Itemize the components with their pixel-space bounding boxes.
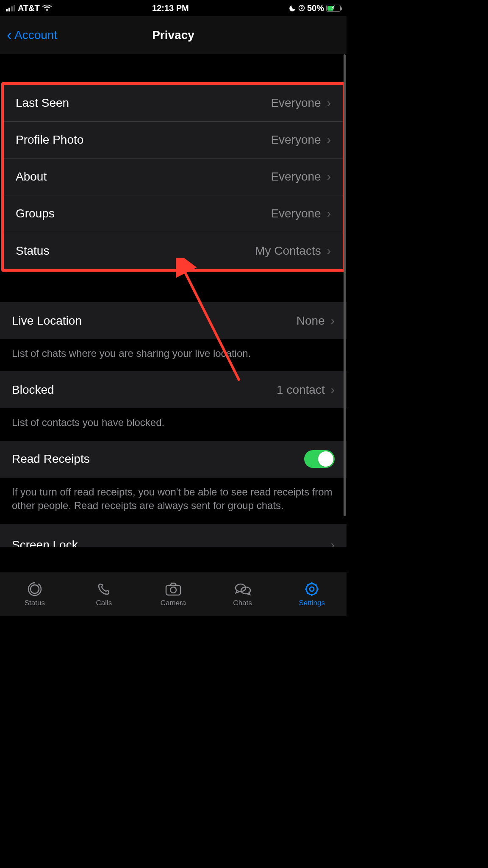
svg-rect-1 — [301, 8, 302, 9]
row-status[interactable]: Status My Contacts› — [4, 232, 343, 269]
tab-settings[interactable]: Settings — [277, 572, 347, 616]
tab-label: Settings — [299, 599, 324, 607]
row-label: Status — [16, 244, 49, 258]
tab-calls[interactable]: Calls — [69, 572, 139, 616]
tab-bar: Status Calls Camera Chats Settings — [0, 572, 347, 616]
tab-label: Calls — [96, 599, 112, 607]
svg-point-3 — [30, 585, 39, 593]
row-label: Blocked — [12, 383, 54, 397]
row-value: Everyone — [271, 207, 321, 220]
page-title: Privacy — [152, 28, 194, 42]
chevron-right-icon: › — [327, 207, 331, 220]
svg-point-10 — [310, 587, 314, 591]
chevron-left-icon: ‹ — [7, 28, 12, 43]
clock: 12:13 PM — [152, 3, 189, 13]
chevron-right-icon: › — [327, 244, 331, 258]
do-not-disturb-icon — [289, 5, 296, 11]
tab-camera[interactable]: Camera — [139, 572, 208, 616]
gear-icon — [304, 581, 319, 597]
row-live-location[interactable]: Live Location None› — [0, 302, 347, 339]
tab-label: Camera — [161, 599, 186, 607]
camera-icon — [165, 581, 182, 597]
row-label: Read Receipts — [12, 452, 90, 466]
row-label: Live Location — [12, 314, 82, 328]
back-button[interactable]: ‹ Account — [7, 28, 57, 43]
chevron-right-icon: › — [331, 314, 335, 328]
row-blocked[interactable]: Blocked 1 contact› — [0, 371, 347, 408]
row-value: Everyone — [271, 133, 321, 147]
signal-icon — [6, 5, 15, 11]
status-bar: AT&T 12:13 PM 50% ⚡︎ — [0, 0, 347, 16]
phone-icon — [97, 581, 111, 597]
chevron-right-icon: › — [331, 538, 335, 547]
chevron-right-icon: › — [327, 133, 331, 147]
read-receipts-toggle[interactable] — [304, 450, 335, 468]
svg-line-15 — [307, 584, 308, 586]
tab-chats[interactable]: Chats — [208, 572, 277, 616]
orientation-lock-icon — [298, 5, 305, 11]
chevron-right-icon: › — [327, 96, 331, 110]
blocked-footer: List of contacts you have blocked. — [0, 408, 347, 440]
chevron-right-icon: › — [331, 383, 335, 397]
nav-bar: ‹ Account Privacy — [0, 16, 347, 54]
read-receipts-footer: If you turn off read receipts, you won't… — [0, 478, 347, 524]
row-read-receipts: Read Receipts — [0, 441, 347, 478]
tab-label: Status — [25, 599, 45, 607]
row-groups[interactable]: Groups Everyone› — [4, 195, 343, 232]
live-location-footer: List of chats where you are sharing your… — [0, 339, 347, 371]
row-profile-photo[interactable]: Profile Photo Everyone› — [4, 122, 343, 159]
row-last-seen[interactable]: Last Seen Everyone› — [4, 85, 343, 122]
row-label: Profile Photo — [16, 133, 83, 147]
chat-icon — [234, 581, 251, 597]
row-label: Groups — [16, 207, 55, 220]
wifi-icon — [42, 5, 52, 11]
row-label: Last Seen — [16, 96, 69, 110]
row-value: 1 contact — [277, 383, 325, 397]
row-value: Everyone — [271, 170, 321, 184]
row-screen-lock[interactable]: Screen Lock › — [0, 524, 347, 547]
chevron-right-icon: › — [327, 170, 331, 184]
svg-line-18 — [315, 584, 316, 586]
tab-status[interactable]: Status — [0, 572, 69, 616]
status-icon — [27, 581, 42, 597]
svg-point-6 — [170, 587, 176, 593]
row-about[interactable]: About Everyone› — [4, 159, 343, 195]
scroll-indicator[interactable] — [344, 54, 346, 516]
carrier-label: AT&T — [18, 3, 40, 13]
row-value: My Contacts — [255, 244, 321, 258]
row-label: About — [16, 170, 47, 184]
svg-line-17 — [307, 593, 308, 594]
battery-percent: 50% — [307, 3, 324, 13]
tab-label: Chats — [233, 599, 252, 607]
row-value: Everyone — [271, 96, 321, 110]
back-label: Account — [14, 28, 57, 42]
svg-line-16 — [315, 593, 316, 594]
row-value: None — [297, 314, 325, 328]
battery-icon: ⚡︎ — [326, 5, 341, 12]
annotation-highlight-box: Last Seen Everyone› Profile Photo Everyo… — [1, 82, 345, 272]
row-label: Screen Lock — [12, 538, 78, 547]
